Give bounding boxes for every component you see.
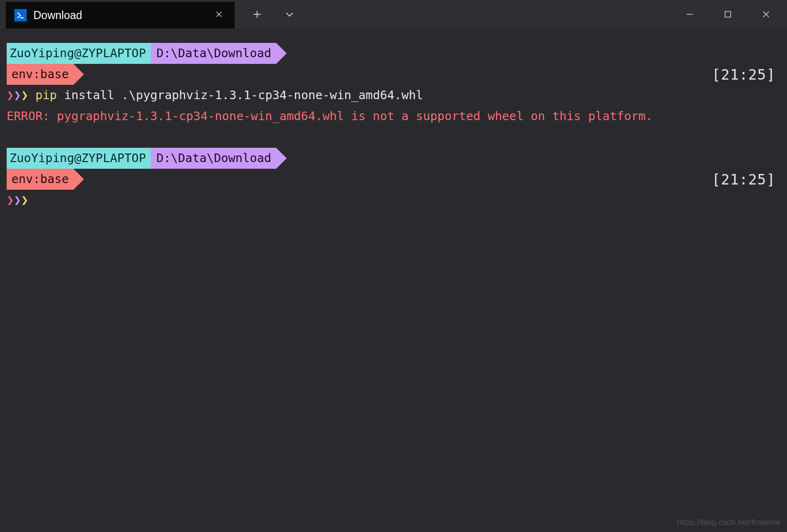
- path-segment: D:\Data\Download: [151, 148, 276, 169]
- powershell-icon: [14, 9, 27, 21]
- command-line[interactable]: ❯❯❯ pip install .\pygraphviz-1.3.1-cp34-…: [7, 85, 780, 106]
- prompt-arrows: ❯❯❯: [7, 85, 28, 106]
- env-segment: env:base: [7, 64, 73, 85]
- svg-rect-0: [725, 11, 731, 17]
- prompt-segments: ZuoYiping@ZYPLAPTOP D:\Data\Download: [7, 43, 780, 64]
- user-host-segment: ZuoYiping@ZYPLAPTOP: [7, 43, 151, 64]
- env-time-row: env:base [21:25]: [7, 169, 780, 190]
- close-tab-button[interactable]: [212, 7, 226, 24]
- env-time-row: env:base [21:25]: [7, 64, 780, 85]
- close-window-button[interactable]: [761, 10, 771, 19]
- terminal-body[interactable]: ZuoYiping@ZYPLAPTOP D:\Data\Download env…: [0, 29, 787, 217]
- maximize-button[interactable]: [723, 10, 733, 19]
- window-controls: [685, 10, 787, 19]
- env-segment: env:base: [7, 169, 73, 190]
- tab-title: Download: [33, 9, 205, 22]
- prompt-segments: ZuoYiping@ZYPLAPTOP D:\Data\Download: [7, 148, 780, 169]
- time-badge: [21:25]: [712, 66, 780, 83]
- titlebar-controls: [235, 6, 312, 22]
- path-segment: D:\Data\Download: [151, 43, 276, 64]
- new-tab-button[interactable]: [248, 6, 266, 22]
- prompt-arrows: ❯❯❯: [7, 190, 28, 211]
- active-tab[interactable]: Download: [6, 2, 235, 29]
- error-output: ERROR: pygraphviz-1.3.1-cp34-none-win_am…: [7, 106, 780, 127]
- time-badge: [21:25]: [712, 171, 780, 188]
- tab-dropdown-button[interactable]: [280, 6, 299, 22]
- watermark: https://blog.csdn.net/frostime: [677, 518, 780, 527]
- minimize-button[interactable]: [685, 10, 694, 19]
- command-line[interactable]: ❯❯❯: [7, 190, 780, 211]
- user-host-segment: ZuoYiping@ZYPLAPTOP: [7, 148, 151, 169]
- titlebar: Download: [0, 0, 787, 29]
- command-text: pip install .\pygraphviz-1.3.1-cp34-none…: [28, 85, 423, 106]
